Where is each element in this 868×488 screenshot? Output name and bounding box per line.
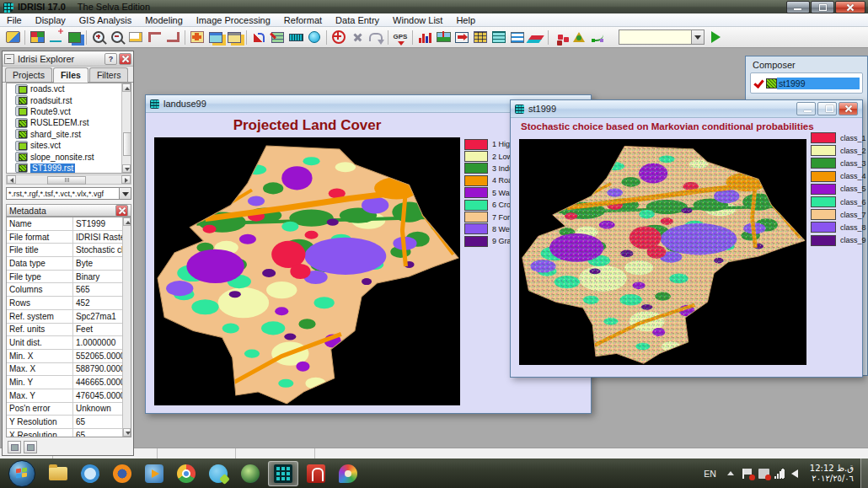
file-row[interactable]: shard_site.rst bbox=[7, 129, 131, 140]
language-indicator[interactable]: EN bbox=[699, 469, 721, 479]
tab-filters[interactable]: Filters bbox=[89, 67, 129, 82]
landuse99-map-canvas[interactable] bbox=[154, 137, 460, 405]
file-name[interactable]: shard_site.rst bbox=[30, 130, 81, 139]
st1999-map-canvas[interactable] bbox=[519, 139, 806, 365]
recenter-button[interactable] bbox=[330, 29, 348, 46]
taskbar-chrome[interactable] bbox=[172, 462, 201, 485]
st1999-titlebar[interactable]: st1999 bbox=[511, 100, 862, 118]
explorer-header[interactable]: Idrisi Explorer ? bbox=[3, 51, 133, 67]
file-filter-combobox[interactable]: *.rst,*.rgf,*.tsf,*.vct,*.vlx,*.vgf bbox=[6, 187, 131, 200]
file-name[interactable]: sites.vct bbox=[30, 141, 61, 150]
zoom-in-button[interactable] bbox=[89, 29, 108, 46]
layer-properties-button[interactable] bbox=[206, 29, 225, 46]
measure-button[interactable] bbox=[287, 29, 305, 46]
explorer-close-button[interactable] bbox=[119, 53, 131, 65]
restore-button[interactable] bbox=[811, 1, 834, 13]
file-list-hscrollbar[interactable] bbox=[6, 174, 131, 185]
duplicate-layers-button[interactable] bbox=[65, 29, 83, 46]
st1999-close-button[interactable] bbox=[839, 102, 858, 115]
save-metadata-button[interactable] bbox=[8, 441, 21, 453]
cancel-button[interactable] bbox=[348, 29, 367, 46]
collection-editor-button[interactable] bbox=[225, 29, 244, 46]
histogram-button[interactable] bbox=[415, 29, 434, 46]
metadata-close-button[interactable] bbox=[115, 205, 128, 217]
add-layer-button[interactable] bbox=[46, 29, 65, 46]
scroll-left-icon[interactable] bbox=[7, 175, 16, 184]
close-button[interactable] bbox=[835, 1, 865, 13]
file-list-scrollbar[interactable] bbox=[121, 83, 131, 173]
scroll-right-icon[interactable] bbox=[121, 175, 131, 184]
file-row-selected[interactable]: ST1999.rst bbox=[7, 163, 131, 174]
explorer-help-button[interactable]: ? bbox=[104, 53, 117, 65]
taskbar-idrisi[interactable] bbox=[268, 461, 298, 486]
network-status-icon[interactable] bbox=[758, 469, 769, 479]
map-layers-button[interactable] bbox=[527, 29, 545, 46]
copy-metadata-button[interactable] bbox=[24, 441, 37, 453]
composer-layer-name[interactable]: st1999 bbox=[777, 78, 860, 89]
menu-reformat[interactable]: Reformat bbox=[277, 15, 329, 25]
file-name[interactable]: Route9.vct bbox=[30, 107, 71, 116]
taskbar-firefox[interactable] bbox=[108, 462, 137, 485]
symbol-workshop-button[interactable] bbox=[188, 29, 206, 46]
file-name[interactable]: RUSLEDEM.rst bbox=[30, 118, 88, 127]
file-filter-dropdown-icon[interactable] bbox=[119, 188, 131, 199]
shortcut-combobox-value[interactable] bbox=[619, 30, 691, 44]
hscroll-thumb[interactable] bbox=[47, 176, 86, 185]
gps-button[interactable]: GPS bbox=[391, 29, 410, 46]
identify-button[interactable] bbox=[249, 29, 268, 46]
volume-icon[interactable] bbox=[791, 469, 798, 478]
database-workshop-button[interactable] bbox=[490, 29, 508, 46]
edit-vertices-button[interactable] bbox=[588, 29, 607, 46]
list-view-button[interactable] bbox=[508, 29, 527, 46]
file-name[interactable]: roads.vct bbox=[30, 84, 65, 94]
menu-help[interactable]: Help bbox=[449, 15, 482, 25]
taskbar-browser-b[interactable] bbox=[236, 462, 265, 485]
tray-clock[interactable]: ق.ظ 12:12 ٢٠١٢/٢٥/٠٦ bbox=[810, 464, 854, 484]
taskbar-internet-explorer[interactable] bbox=[76, 462, 104, 485]
digitize-button[interactable] bbox=[551, 29, 570, 46]
menu-window-list[interactable]: Window List bbox=[386, 15, 449, 25]
menu-data-entry[interactable]: Data Entry bbox=[329, 15, 386, 25]
tab-projects[interactable]: Projects bbox=[5, 67, 52, 82]
shortcut-dropdown-button[interactable] bbox=[691, 30, 704, 44]
file-row[interactable]: sites.vct bbox=[7, 140, 131, 151]
zoom-window-button[interactable] bbox=[126, 29, 145, 46]
taskbar-skype[interactable] bbox=[204, 462, 233, 485]
st1999-restore-button[interactable] bbox=[817, 102, 837, 115]
scroll-up-icon[interactable] bbox=[123, 217, 131, 226]
profile-button[interactable] bbox=[434, 29, 453, 46]
scroll-down-icon[interactable] bbox=[123, 428, 131, 437]
metadata-scrollbar[interactable] bbox=[122, 217, 131, 437]
file-row[interactable]: Route9.vct bbox=[7, 106, 131, 117]
feature-properties-button[interactable] bbox=[268, 29, 287, 46]
scroll-up-icon[interactable] bbox=[122, 83, 131, 92]
menu-image-processing[interactable]: Image Processing bbox=[190, 15, 277, 25]
action-center-icon[interactable] bbox=[742, 469, 753, 479]
file-row[interactable]: slope_nonsite.rst bbox=[7, 151, 131, 162]
show-desktop-button[interactable] bbox=[860, 459, 868, 488]
st1999-minimize-button[interactable] bbox=[796, 102, 816, 115]
scroll-thumb[interactable] bbox=[123, 132, 131, 156]
menu-display[interactable]: Display bbox=[29, 15, 72, 25]
undo-button[interactable] bbox=[367, 29, 385, 46]
taskbar-media-player[interactable] bbox=[140, 462, 169, 485]
file-row[interactable]: RUSLEDEM.rst bbox=[7, 117, 131, 128]
goto-location-button[interactable] bbox=[305, 29, 324, 46]
file-row[interactable]: roadsuit.rst bbox=[7, 94, 131, 105]
file-name[interactable]: slope_nonsite.rst bbox=[30, 153, 94, 162]
full-extent-normal-button[interactable] bbox=[145, 29, 163, 46]
app-titlebar[interactable]: IDRISI 17.0The Selva Edition bbox=[0, 0, 868, 13]
menu-file[interactable]: File bbox=[0, 15, 29, 25]
menu-gis-analysis[interactable]: GIS Analysis bbox=[72, 15, 138, 25]
file-filter-value[interactable]: *.rst,*.rgf,*.tsf,*.vct,*.vlx,*.vgf bbox=[7, 188, 119, 199]
menu-modeling[interactable]: Modeling bbox=[138, 15, 190, 25]
file-row[interactable]: roads.vct bbox=[7, 83, 131, 94]
file-name[interactable]: roadsuit.rst bbox=[30, 96, 72, 105]
taskbar-windows-explorer[interactable] bbox=[44, 462, 72, 485]
full-extent-maximized-button[interactable] bbox=[163, 29, 182, 46]
export-button[interactable] bbox=[453, 29, 471, 46]
tab-files[interactable]: Files bbox=[53, 67, 88, 83]
composer-layer-item[interactable]: st1999 bbox=[753, 77, 860, 89]
file-name[interactable]: ST1999.rst bbox=[30, 164, 75, 173]
raster-table-button[interactable] bbox=[471, 29, 490, 46]
